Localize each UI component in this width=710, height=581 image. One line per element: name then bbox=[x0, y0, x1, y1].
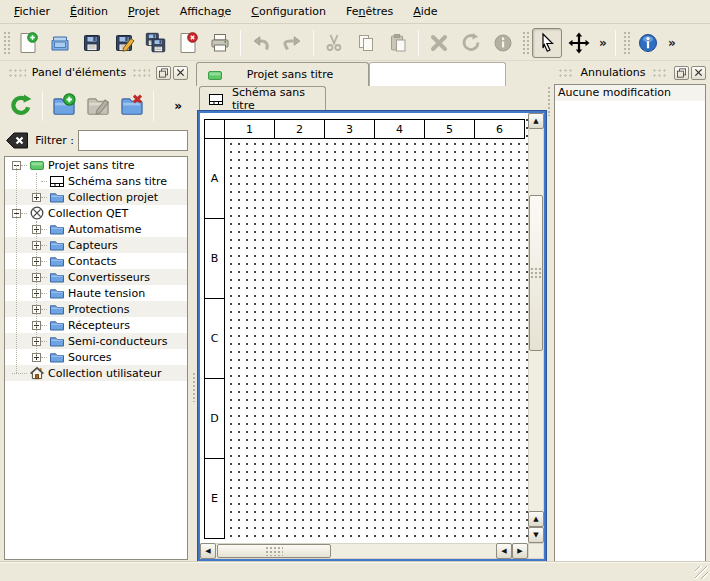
save-as-icon bbox=[113, 32, 135, 54]
tree-item-label: Convertisseurs bbox=[68, 271, 150, 284]
clear-filter-button[interactable] bbox=[4, 130, 29, 150]
horizontal-scroll-thumb[interactable] bbox=[217, 544, 331, 558]
resize-grip[interactable] bbox=[695, 566, 708, 579]
undo-history-list[interactable]: Aucune modification bbox=[554, 84, 706, 562]
toolbar-overflow-button[interactable]: » bbox=[664, 30, 680, 56]
menu-fichier[interactable]: Fichier bbox=[4, 2, 60, 21]
rotate-button bbox=[456, 28, 486, 58]
main-toolbar: »» bbox=[0, 25, 710, 61]
grid-corner-cell bbox=[204, 119, 225, 139]
tab-project[interactable]: Projet sans titre bbox=[196, 62, 369, 86]
tab-bar-empty-area bbox=[369, 62, 506, 86]
scroll-left-button-2[interactable]: ◀ bbox=[496, 543, 512, 559]
tab-project-label: Projet sans titre bbox=[226, 68, 368, 81]
close-panel-button[interactable] bbox=[173, 66, 188, 80]
grid-row-header-C: C bbox=[204, 298, 225, 379]
folder-icon bbox=[49, 349, 65, 365]
toolbar-overflow-button[interactable]: » bbox=[595, 30, 611, 56]
toolbar-handle[interactable] bbox=[622, 30, 630, 56]
cut-button bbox=[319, 28, 349, 58]
undo-list-item[interactable]: Aucune modification bbox=[555, 85, 705, 101]
about-info-button[interactable] bbox=[633, 28, 663, 58]
move-tool-button[interactable] bbox=[564, 28, 594, 58]
project-icon bbox=[207, 67, 223, 83]
tree-item-schema-sans-titre[interactable]: Schéma sans titre bbox=[5, 173, 187, 189]
menu-affichage[interactable]: Affichage bbox=[170, 2, 242, 21]
menu-aide[interactable]: Aide bbox=[403, 2, 447, 21]
status-bar bbox=[0, 562, 710, 581]
scroll-left-button[interactable]: ◀ bbox=[200, 543, 216, 559]
new-element-button[interactable] bbox=[48, 90, 80, 122]
tree-item-label: Collection projet bbox=[68, 191, 158, 204]
folder-icon bbox=[49, 221, 65, 237]
vertical-scroll-thumb[interactable] bbox=[529, 195, 543, 351]
tree-item-semi-conducteurs[interactable]: Semi-conducteurs bbox=[5, 333, 187, 349]
scroll-up-button[interactable]: ▲ bbox=[528, 113, 544, 129]
close-document-icon bbox=[177, 32, 199, 54]
tree-item-collection-qet[interactable]: Collection QET bbox=[5, 205, 187, 221]
tree-item-automatisme[interactable]: Automatisme bbox=[5, 221, 187, 237]
horizontal-scrollbar[interactable]: ◀ ◀ ▶ bbox=[200, 543, 528, 559]
close-panel-button[interactable] bbox=[691, 66, 706, 80]
grid-column-header-2: 2 bbox=[274, 119, 325, 139]
new-document-button[interactable] bbox=[13, 28, 43, 58]
toolbar-handle[interactable] bbox=[2, 30, 10, 56]
folder-icon bbox=[49, 189, 65, 205]
save-icon bbox=[81, 32, 103, 54]
tab-schema-label: Schéma sans titre bbox=[232, 86, 325, 112]
print-button[interactable] bbox=[205, 28, 235, 58]
tree-item-sources[interactable]: Sources bbox=[5, 349, 187, 365]
scroll-right-button[interactable]: ▶ bbox=[512, 543, 528, 559]
folder-icon bbox=[49, 269, 65, 285]
menu-fenetres[interactable]: Fenêtres bbox=[336, 2, 403, 21]
tree-item-projet-sans-titre[interactable]: Projet sans titre bbox=[5, 157, 187, 173]
vertical-scrollbar[interactable]: ▲ ▲ ▼ bbox=[528, 113, 544, 543]
left-splitter-handle[interactable] bbox=[192, 372, 196, 402]
tree-item-recepteurs[interactable]: Récepteurs bbox=[5, 317, 187, 333]
tree-item-haute-tension[interactable]: Haute tension bbox=[5, 285, 187, 301]
float-panel-button[interactable] bbox=[674, 66, 689, 80]
tree-item-contacts[interactable]: Contacts bbox=[5, 253, 187, 269]
tab-schema[interactable]: Schéma sans titre bbox=[199, 86, 326, 111]
tree-item-convertisseurs[interactable]: Convertisseurs bbox=[5, 269, 187, 285]
folder-icon bbox=[49, 285, 65, 301]
schema-canvas[interactable]: 123456ABCDE bbox=[200, 113, 528, 543]
filter-input[interactable] bbox=[78, 130, 188, 151]
toolbar-handle[interactable] bbox=[521, 30, 529, 56]
tree-item-label: Collection QET bbox=[48, 207, 128, 220]
close-icon bbox=[693, 67, 704, 78]
reload-collections-button[interactable] bbox=[5, 90, 37, 122]
menu-bar: FichierÉditionProjetAffichageConfigurati… bbox=[0, 0, 710, 24]
scroll-up-button-2[interactable]: ▲ bbox=[528, 511, 544, 527]
save-button[interactable] bbox=[77, 28, 107, 58]
tree-item-collection-projet[interactable]: Collection projet bbox=[5, 189, 187, 205]
menu-configuration[interactable]: Configuration bbox=[241, 2, 336, 21]
right-splitter-handle[interactable] bbox=[547, 86, 551, 116]
open-document-button[interactable] bbox=[45, 28, 75, 58]
save-as-button[interactable] bbox=[109, 28, 139, 58]
menu-projet[interactable]: Projet bbox=[118, 2, 170, 21]
new-document-icon bbox=[17, 32, 39, 54]
undo-panel-header: Annulations bbox=[554, 64, 706, 81]
folder-icon bbox=[49, 301, 65, 317]
edit-element-icon bbox=[85, 93, 111, 119]
close-document-button[interactable] bbox=[173, 28, 203, 58]
panel-toolbar-overflow-button[interactable]: » bbox=[174, 99, 182, 113]
scroll-down-button[interactable]: ▼ bbox=[528, 527, 544, 543]
menu-edition[interactable]: Édition bbox=[60, 2, 118, 21]
tree-item-protections[interactable]: Protections bbox=[5, 301, 187, 317]
delete-element-button[interactable] bbox=[116, 90, 148, 122]
dock-texture bbox=[558, 68, 574, 77]
grid-column-header-6: 6 bbox=[474, 119, 525, 139]
tree-item-collection-utilisateur[interactable]: Collection utilisateur bbox=[5, 365, 187, 381]
float-panel-button[interactable] bbox=[156, 66, 171, 80]
toolbar-separator bbox=[240, 30, 241, 56]
folder-icon bbox=[49, 253, 65, 269]
delete-element-icon bbox=[119, 93, 145, 119]
select-tool-button[interactable] bbox=[532, 28, 562, 58]
dock-texture bbox=[652, 68, 668, 77]
move-tool-icon bbox=[568, 32, 590, 54]
tree-item-capteurs[interactable]: Capteurs bbox=[5, 237, 187, 253]
save-all-button[interactable] bbox=[141, 28, 171, 58]
delete-icon bbox=[428, 32, 450, 54]
